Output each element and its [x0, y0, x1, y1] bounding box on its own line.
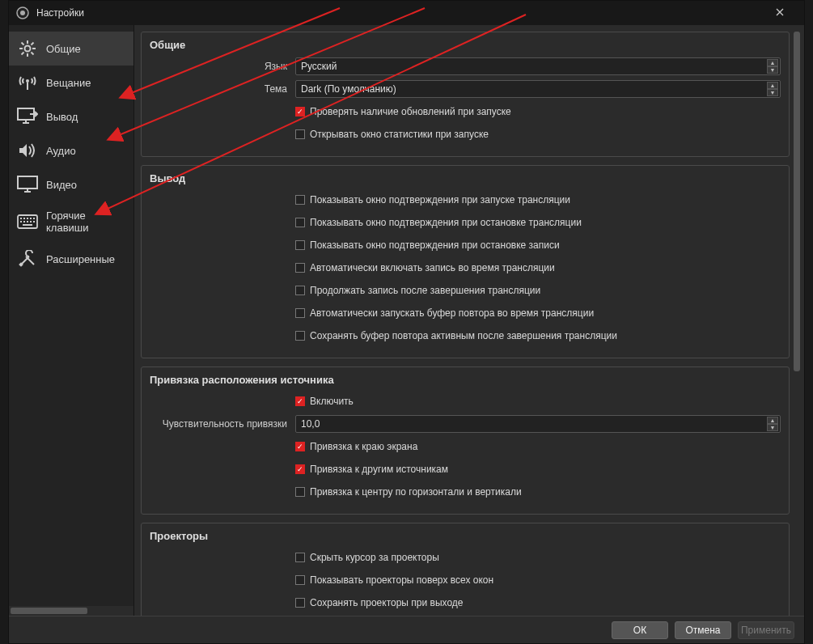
group-snap: Привязка расположения источника Включить…: [141, 366, 790, 515]
monitor-icon: [17, 176, 38, 193]
svg-rect-16: [18, 176, 37, 189]
content-area: Общие Язык Русский ▲▼ Тема: [134, 25, 804, 616]
sidebar-item-label: Аудио: [46, 145, 76, 157]
sidebar-item-label: Вывод: [46, 111, 78, 123]
group-title: Общие: [150, 39, 781, 51]
check-snap-enable[interactable]: Включить: [295, 396, 781, 407]
check-snap-sources[interactable]: Привязка к другим источникам: [295, 464, 781, 475]
close-icon[interactable]: [761, 7, 798, 19]
tools-icon: [17, 250, 38, 268]
chevron-updown-icon: ▲▼: [767, 82, 778, 96]
svg-point-2: [25, 46, 31, 52]
snap-sensitivity-spinbox[interactable]: 10,0 ▲▼: [295, 415, 781, 433]
dialog-footer: ОК Отмена Применить: [9, 616, 804, 643]
theme-label: Тема: [150, 83, 295, 95]
svg-point-11: [26, 79, 29, 83]
ok-button[interactable]: ОК: [612, 621, 668, 639]
chevron-updown-icon: ▲▼: [767, 417, 778, 431]
svg-line-9: [32, 43, 34, 45]
group-title: Вывод: [150, 172, 781, 184]
sidebar-item-output[interactable]: Вывод: [9, 100, 133, 133]
antenna-icon: [17, 74, 38, 91]
sidebar-item-general[interactable]: Общие: [9, 32, 133, 66]
svg-rect-27: [27, 221, 28, 222]
window-title: Настройки: [36, 7, 761, 19]
svg-rect-29: [33, 221, 35, 222]
check-save-projectors[interactable]: Сохранять проекторы при выходе: [295, 597, 781, 608]
titlebar: Настройки: [9, 1, 804, 25]
group-projectors: Проекторы Скрыть курсор за проекторы Пок…: [141, 523, 790, 616]
language-label: Язык: [150, 61, 295, 72]
svg-rect-21: [23, 218, 25, 219]
language-combo[interactable]: Русский ▲▼: [295, 57, 781, 75]
sidebar-item-audio[interactable]: Аудио: [9, 133, 133, 167]
keyboard-icon: [17, 213, 38, 231]
check-keep-replay-buffer[interactable]: Сохранять буфер повтора активным после з…: [295, 330, 781, 341]
check-snap-center[interactable]: Привязка к центру по горизонтали и верти…: [295, 486, 781, 498]
gear-icon: [17, 40, 38, 57]
group-title: Привязка расположения источника: [150, 374, 781, 386]
combo-value: Dark (По умолчанию): [301, 83, 396, 95]
sidebar-item-stream[interactable]: Вещание: [9, 66, 133, 100]
snap-sensitivity-label: Чувствительность привязки: [150, 418, 295, 430]
chevron-updown-icon: ▲▼: [767, 59, 778, 74]
svg-line-10: [22, 53, 24, 55]
check-hide-cursor-projector[interactable]: Скрыть курсор за проекторы: [295, 552, 781, 563]
sidebar-item-hotkeys[interactable]: Горячие клавиши: [9, 201, 133, 242]
check-continue-record-after-stream[interactable]: Продолжать запись после завершения транс…: [295, 285, 781, 296]
sidebar-item-label: Расширенные: [46, 253, 115, 265]
sidebar-item-video[interactable]: Видео: [9, 167, 133, 201]
svg-line-8: [32, 53, 34, 55]
svg-rect-23: [30, 218, 32, 219]
combo-value: Русский: [301, 61, 337, 72]
svg-rect-24: [33, 218, 35, 219]
apply-button[interactable]: Применить: [738, 621, 794, 639]
svg-rect-22: [27, 218, 28, 219]
sidebar-item-label: Вещание: [46, 77, 91, 89]
app-icon: [15, 6, 30, 20]
sidebar-item-advanced[interactable]: Расширенные: [9, 242, 133, 276]
svg-rect-30: [23, 224, 32, 226]
sidebar-item-label: Видео: [46, 179, 77, 191]
svg-rect-26: [23, 221, 25, 222]
check-projector-always-top[interactable]: Показывать проекторы поверх всех окон: [295, 574, 781, 586]
svg-rect-28: [30, 221, 32, 222]
spinbox-value: 10,0: [301, 418, 320, 430]
group-general: Общие Язык Русский ▲▼ Тема: [141, 32, 790, 157]
sidebar-item-label: Общие: [46, 43, 81, 55]
sidebar-item-label: Горячие клавиши: [46, 210, 125, 234]
check-confirm-stop-record[interactable]: Показывать окно подтверждения при остано…: [295, 239, 781, 251]
svg-point-1: [20, 11, 25, 15]
theme-combo[interactable]: Dark (По умолчанию) ▲▼: [295, 80, 781, 98]
check-auto-record-on-stream[interactable]: Автоматически включать запись во время т…: [295, 262, 781, 273]
output-icon: [17, 108, 38, 125]
sidebar-hscrollbar[interactable]: [9, 606, 133, 616]
cancel-button[interactable]: Отмена: [675, 621, 731, 639]
speaker-icon: [17, 142, 38, 159]
check-auto-replay-buffer[interactable]: Автоматически запускать буфер повтора во…: [295, 307, 781, 319]
svg-rect-25: [20, 221, 22, 222]
check-open-stats[interactable]: Открывать окно статистики при запуске: [295, 129, 781, 140]
svg-rect-20: [20, 218, 22, 219]
content-vscrollbar[interactable]: [793, 32, 801, 609]
group-title: Проекторы: [150, 530, 781, 542]
check-confirm-stop-stream[interactable]: Показывать окно подтверждения при остано…: [295, 217, 781, 228]
check-updates[interactable]: Проверять наличие обновлений при запуске: [295, 106, 781, 117]
group-output: Вывод Показывать окно подтверждения при …: [141, 165, 790, 358]
check-confirm-start-stream[interactable]: Показывать окно подтверждения при запуск…: [295, 194, 781, 205]
svg-line-7: [22, 43, 24, 45]
sidebar: Общие Вещание Вывод Аудио: [9, 25, 134, 616]
check-snap-edge[interactable]: Привязка к краю экрана: [295, 441, 781, 452]
